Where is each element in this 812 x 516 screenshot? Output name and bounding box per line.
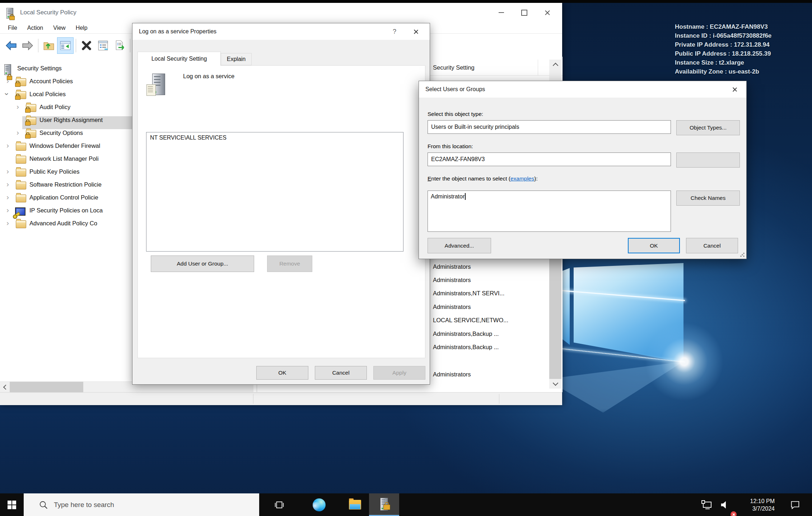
chevron-down-icon[interactable]: › — [1, 93, 14, 95]
title-bar[interactable]: Local Security Policy — [0, 3, 562, 22]
chevron-right-icon[interactable]: › — [17, 100, 19, 113]
chevron-right-icon[interactable]: › — [6, 165, 9, 177]
column-separator[interactable] — [538, 60, 538, 75]
folder-up-icon — [43, 39, 55, 52]
info-availability-zone: Availability Zone : us-east-2b — [675, 67, 771, 76]
examples-link[interactable]: examples — [510, 175, 534, 182]
help-button[interactable]: ? — [387, 23, 402, 40]
start-button[interactable] — [0, 493, 24, 516]
members-list-box[interactable]: NT SERVICE\ALL SERVICES — [146, 132, 403, 252]
taskbar-clock[interactable]: 12:10 PM 3/7/2024 — [732, 493, 776, 516]
chevron-right-icon[interactable]: › — [6, 139, 9, 151]
apply-button[interactable]: Apply — [373, 366, 425, 380]
up-level-button[interactable] — [41, 37, 57, 54]
toolbar-separator — [76, 39, 76, 52]
check-names-button[interactable]: Check Names — [676, 191, 740, 206]
status-strip-divider — [253, 394, 253, 404]
file-explorer-button[interactable] — [346, 493, 364, 516]
screen: Hostname : EC2AMAZ-FAN98V3 Instance ID :… — [0, 0, 812, 516]
volume-tray-button[interactable] — [717, 493, 734, 516]
delete-x-icon — [80, 39, 93, 52]
resize-grip[interactable] — [740, 252, 745, 257]
close-icon — [544, 10, 550, 16]
dialog-title-bar[interactable]: Log on as a service Properties ? — [132, 23, 430, 40]
info-hostname: Hostname : EC2AMAZ-FAN98V3 — [675, 22, 771, 31]
info-public-ip: Public IP Address : 18.218.255.39 — [675, 49, 771, 58]
advanced-button[interactable]: Advanced... — [428, 238, 491, 253]
menu-help[interactable]: Help — [71, 22, 93, 34]
object-types-button[interactable]: Object Types... — [676, 120, 740, 135]
location-field[interactable]: EC2AMAZ-FAN98V3 — [428, 153, 671, 166]
scroll-left-arrow[interactable] — [0, 382, 10, 393]
add-user-or-group-button[interactable]: Add User or Group... — [151, 255, 254, 272]
dialog-close-button[interactable] — [407, 23, 425, 40]
minimize-button[interactable] — [490, 3, 513, 22]
chevron-right-icon[interactable]: › — [6, 204, 9, 216]
ok-button[interactable]: OK — [256, 366, 308, 380]
status-strip — [0, 392, 562, 405]
task-view-button[interactable] — [270, 493, 289, 516]
close-icon — [413, 29, 419, 34]
chevron-right-icon[interactable]: › — [6, 178, 9, 190]
console-tree-toggle-button[interactable] — [57, 37, 74, 54]
network-tray-button[interactable] — [698, 493, 715, 516]
scroll-down-arrow[interactable] — [549, 379, 561, 389]
export-list-button[interactable] — [111, 37, 128, 54]
info-instance-size: Instance Size : t2.xlarge — [675, 58, 771, 67]
delete-button[interactable] — [78, 37, 95, 54]
clock-date: 3/7/2024 — [752, 505, 775, 512]
chevron-right-icon[interactable]: › — [6, 191, 9, 203]
object-type-label: Select this object type: — [428, 111, 483, 117]
chevron-right-icon[interactable]: › — [17, 126, 19, 139]
properties-icon — [97, 39, 109, 52]
export-list-icon — [113, 39, 126, 52]
task-view-icon — [274, 499, 285, 510]
column-header-security-setting[interactable]: Security Setting — [433, 60, 475, 75]
taskbar-search-input[interactable]: Type here to search — [24, 493, 259, 516]
location-label: From this location: — [428, 143, 473, 150]
menu-file[interactable]: File — [3, 22, 22, 34]
window-title: Local Security Policy — [20, 3, 76, 22]
maximize-icon — [521, 10, 527, 16]
screen-top-strip — [0, 0, 812, 3]
maximize-button[interactable] — [513, 3, 536, 22]
local-security-policy-taskbar-button[interactable] — [369, 493, 399, 515]
member-item[interactable]: NT SERVICE\ALL SERVICES — [150, 135, 400, 141]
dialog-title-bar[interactable]: Select Users or Groups — [419, 81, 746, 98]
object-type-field[interactable]: Users or Built-in security principals — [428, 120, 671, 134]
back-button[interactable] — [3, 37, 19, 54]
action-center-button[interactable] — [784, 493, 806, 516]
instance-info-overlay: Hostname : EC2AMAZ-FAN98V3 Instance ID :… — [675, 22, 771, 76]
close-button[interactable] — [536, 3, 559, 22]
scrollbar-thumb[interactable] — [549, 254, 561, 379]
menu-view[interactable]: View — [48, 22, 70, 34]
select-users-or-groups-dialog: Select Users or Groups Select this objec… — [419, 81, 747, 259]
back-arrow-icon — [5, 39, 17, 52]
info-private-ip: Private IP Address : 172.31.28.94 — [675, 40, 771, 49]
tab-local-security-setting[interactable]: Local Security Setting — [137, 52, 221, 66]
remove-button[interactable]: Remove — [267, 255, 312, 272]
policy-name: Log on as a service — [183, 73, 234, 80]
tab-page: Log on as a service NT SERVICE\ALL SERVI… — [137, 65, 425, 358]
clock-time: 12:10 PM — [750, 497, 775, 505]
cancel-button[interactable]: Cancel — [315, 366, 367, 380]
scroll-up-arrow[interactable] — [549, 60, 561, 70]
cancel-button[interactable]: Cancel — [686, 238, 738, 253]
lock-icon — [383, 505, 390, 510]
edge-browser-button[interactable] — [310, 493, 328, 516]
toolbar-separator — [38, 39, 38, 52]
app-server-lock-icon — [6, 8, 13, 20]
info-instance-id: Instance ID : i-065a48f5730882f6e — [675, 31, 771, 40]
scrollbar-thumb[interactable] — [10, 382, 83, 393]
chevron-right-icon[interactable]: › — [6, 217, 9, 229]
locations-button[interactable] — [676, 153, 740, 168]
tab-explain[interactable]: Explain — [221, 53, 252, 65]
dialog-close-button[interactable] — [725, 81, 743, 98]
menu-action[interactable]: Action — [22, 22, 48, 34]
properties-button[interactable] — [95, 37, 111, 54]
forward-button[interactable] — [19, 37, 36, 54]
network-icon — [701, 499, 713, 511]
object-names-input[interactable]: Administrator — [428, 191, 671, 232]
ok-button[interactable]: OK — [628, 238, 680, 253]
log-on-as-a-service-properties-dialog: Log on as a service Properties ? Local S… — [132, 23, 430, 385]
